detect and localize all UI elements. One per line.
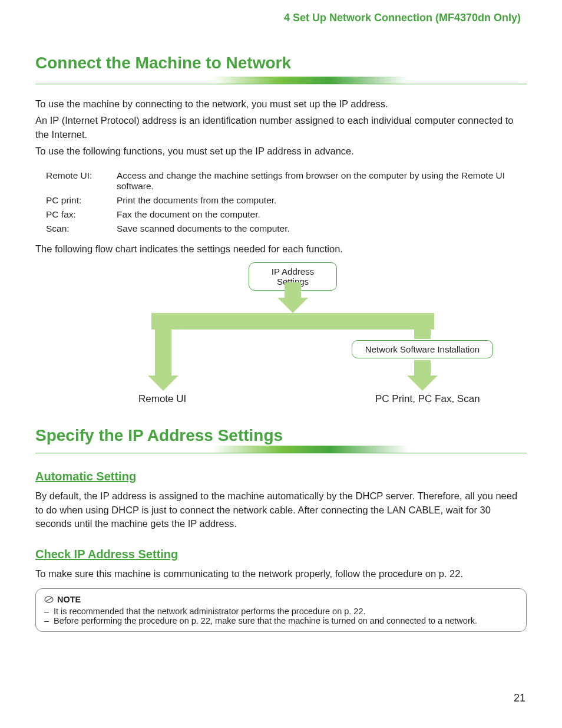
note-icon <box>44 595 54 604</box>
function-table: Remote UI: Access and change the machine… <box>46 170 527 234</box>
table-row: PC fax: Fax the document on the computer… <box>46 209 527 220</box>
arrow-stem <box>285 282 301 299</box>
note-item: –It is recommended that the network admi… <box>44 607 518 616</box>
arrow-head-icon <box>407 375 438 391</box>
intro-para: To use the following functions, you must… <box>35 144 527 159</box>
flow-split-bar <box>151 313 434 330</box>
flow-label-pc: PC Print, PC Fax, Scan <box>375 393 480 405</box>
func-label: PC fax: <box>46 209 117 220</box>
page-number: 21 <box>514 692 525 704</box>
note-item: –Before performing the procedure on p. 2… <box>44 616 518 625</box>
heading-automatic-setting: Automatic Setting <box>35 470 527 483</box>
chapter-header: 4 Set Up Network Connection (MF4370dn On… <box>35 12 527 24</box>
title-underline <box>35 76 527 84</box>
table-row: PC print: Print the documents from the c… <box>46 195 527 206</box>
note-box: NOTE –It is recommended that the network… <box>35 588 527 632</box>
flow-label-remote-ui: Remote UI <box>138 393 186 405</box>
func-desc: Fax the document on the computer. <box>117 209 527 220</box>
auto-setting-body: By default, the IP address is assigned t… <box>35 489 527 532</box>
arrow-head-icon <box>148 375 178 391</box>
svg-line-1 <box>46 598 52 601</box>
arrow-stem <box>414 360 431 377</box>
func-desc: Save scanned documents to the computer. <box>117 223 527 234</box>
table-row: Remote UI: Access and change the machine… <box>46 170 527 192</box>
section-title-specify-ip: Specify the IP Address Settings <box>35 426 527 445</box>
note-header: NOTE <box>44 595 518 604</box>
func-label: PC print: <box>46 195 117 206</box>
note-text: It is recommended that the network admin… <box>54 607 366 616</box>
section-title-connect: Connect the Machine to Network <box>35 54 527 73</box>
func-label: Scan: <box>46 223 117 234</box>
arrow-head-icon <box>277 298 308 313</box>
arrow-stem <box>414 327 431 339</box>
flow-box-network-software: Network Software Installation <box>352 340 493 358</box>
note-label: NOTE <box>57 595 81 604</box>
note-text: Before performing the procedure on p. 22… <box>54 616 477 625</box>
flow-intro: The following flow chart indicates the s… <box>35 242 527 256</box>
arrow-stem <box>155 327 171 377</box>
title-underline <box>35 445 527 453</box>
check-ip-body: To make sure this machine is communicati… <box>35 567 527 581</box>
func-desc: Access and change the machine settings f… <box>117 170 527 192</box>
table-row: Scan: Save scanned documents to the comp… <box>46 223 527 234</box>
flowchart: IP Address Settings Network Software Ins… <box>75 262 487 410</box>
heading-check-ip: Check IP Address Setting <box>35 548 527 561</box>
intro-para: To use the machine by connecting to the … <box>35 97 527 111</box>
func-desc: Print the documents from the computer. <box>117 195 527 206</box>
intro-para: An IP (Internet Protocol) address is an … <box>35 114 527 142</box>
func-label: Remote UI: <box>46 170 117 192</box>
